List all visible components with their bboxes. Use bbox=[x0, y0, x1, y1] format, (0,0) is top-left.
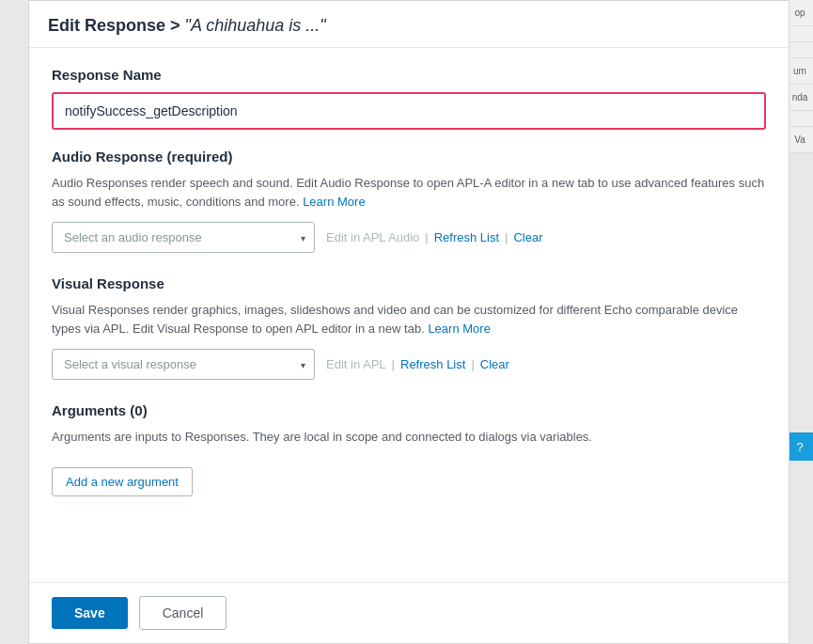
visual-refresh-list-link[interactable]: Refresh List bbox=[400, 357, 465, 371]
right-label-va: Va bbox=[787, 127, 813, 153]
arguments-description: Arguments are inputs to Responses. They … bbox=[52, 428, 766, 447]
audio-edit-apl-label: Edit in APL Audio bbox=[326, 230, 419, 244]
visual-response-row: Select a visual response ▾ Edit in APL |… bbox=[52, 349, 766, 380]
right-label-op: op bbox=[787, 0, 813, 26]
visual-clear-link[interactable]: Clear bbox=[480, 357, 509, 371]
visual-learn-more-link[interactable]: Learn More bbox=[428, 322, 490, 336]
audio-refresh-list-link[interactable]: Refresh List bbox=[434, 230, 499, 244]
question-icon: ? bbox=[796, 440, 803, 454]
arguments-section: Arguments (0) Arguments are inputs to Re… bbox=[52, 402, 766, 496]
audio-response-label: Audio Response (required) bbox=[52, 149, 766, 165]
visual-response-select[interactable]: Select a visual response bbox=[52, 349, 315, 380]
right-panel: op um nda Va bbox=[787, 0, 813, 153]
modal-body: Response Name Audio Response (required) … bbox=[29, 48, 789, 582]
right-label-blank3 bbox=[787, 111, 813, 127]
cancel-button[interactable]: Cancel bbox=[139, 596, 227, 630]
audio-response-description: Audio Responses render speech and sound.… bbox=[52, 174, 766, 211]
right-label-nda: nda bbox=[787, 85, 813, 111]
visual-separator-2: | bbox=[471, 357, 474, 371]
add-argument-button[interactable]: Add a new argument bbox=[52, 467, 193, 496]
modal-container: Edit Response > "A chihuahua is ..." Res… bbox=[28, 0, 790, 644]
save-button[interactable]: Save bbox=[52, 597, 128, 629]
audio-response-actions: Edit in APL Audio | Refresh List | Clear bbox=[326, 230, 543, 244]
audio-response-select[interactable]: Select an audio response bbox=[52, 222, 315, 253]
audio-learn-more-link[interactable]: Learn More bbox=[303, 195, 365, 209]
response-name-input-wrapper bbox=[52, 92, 766, 130]
response-name-section: Response Name bbox=[52, 67, 766, 130]
visual-response-description: Visual Responses render graphics, images… bbox=[52, 301, 766, 338]
modal-title-prefix: Edit Response > bbox=[48, 16, 185, 35]
visual-separator-1: | bbox=[392, 357, 395, 371]
audio-separator-1: | bbox=[425, 230, 428, 244]
visual-select-wrapper: Select a visual response ▾ bbox=[52, 349, 315, 380]
modal-header: Edit Response > "A chihuahua is ..." bbox=[29, 1, 789, 48]
visual-edit-apl-label: Edit in APL bbox=[326, 357, 386, 371]
modal-title-italic: "A chihuahua is ..." bbox=[185, 16, 326, 35]
response-name-label: Response Name bbox=[52, 67, 766, 83]
arguments-label: Arguments (0) bbox=[52, 402, 766, 418]
right-label-um: um bbox=[787, 58, 813, 85]
audio-clear-link[interactable]: Clear bbox=[513, 230, 542, 244]
right-label-blank1 bbox=[787, 26, 813, 42]
audio-separator-2: | bbox=[505, 230, 508, 244]
modal-title: Edit Response > "A chihuahua is ..." bbox=[48, 16, 770, 36]
visual-response-label: Visual Response bbox=[52, 275, 766, 291]
right-label-blank2 bbox=[787, 42, 813, 58]
audio-select-wrapper: Select an audio response ▾ bbox=[52, 222, 315, 253]
audio-response-section: Audio Response (required) Audio Response… bbox=[52, 149, 766, 253]
audio-response-row: Select an audio response ▾ Edit in APL A… bbox=[52, 222, 766, 253]
response-name-input[interactable] bbox=[54, 94, 764, 128]
modal-footer: Save Cancel bbox=[29, 582, 789, 643]
visual-response-actions: Edit in APL | Refresh List | Clear bbox=[326, 357, 509, 371]
visual-response-section: Visual Response Visual Responses render … bbox=[52, 275, 766, 380]
right-blue-tab: ? bbox=[787, 432, 813, 461]
